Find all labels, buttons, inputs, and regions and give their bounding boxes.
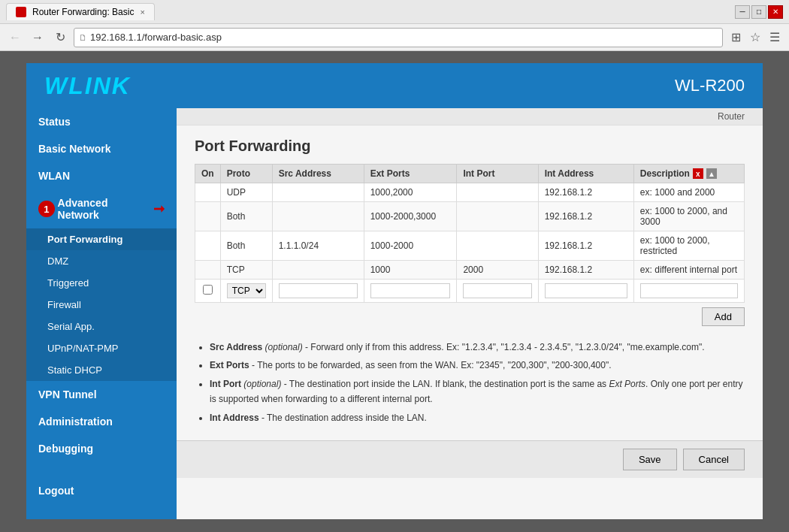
cell-proto: Both [220, 231, 272, 261]
forward-button[interactable]: → [29, 29, 47, 47]
new-row-src-cell[interactable] [272, 280, 364, 303]
sidebar-item-static-dhcp[interactable]: Static DHCP [26, 359, 177, 381]
new-row-description-cell[interactable] [633, 280, 744, 303]
cell-int-address: 192.168.1.2 [538, 183, 633, 202]
new-row-description-input[interactable] [640, 283, 738, 298]
maximize-button[interactable]: □ [751, 5, 766, 19]
cell-proto: Both [220, 202, 272, 231]
sidebar-item-advanced-network[interactable]: 1 Advanced Network ➞ [26, 189, 177, 228]
cell-description: ex: 1000 to 2000, restricted [633, 231, 744, 261]
col-proto: Proto [220, 165, 272, 183]
new-row-checkbox[interactable] [203, 285, 213, 295]
content-area: Router Port Forwarding On Proto Src Addr… [177, 108, 763, 519]
browser-tab[interactable]: Router Forwarding: Basic × [6, 3, 155, 20]
new-row-ext-ports-cell[interactable] [364, 280, 457, 303]
model-name: WL-R200 [675, 76, 745, 95]
cell-on [195, 261, 221, 280]
help-item-src: Src Address (optional) - Forward only if… [210, 340, 745, 355]
new-row-int-address-input[interactable] [545, 283, 627, 298]
table-row: TCP 1000 2000 192.168.1.2 ex: different … [195, 261, 745, 280]
new-row-int-address-cell[interactable] [538, 280, 633, 303]
browser-toolbar: ← → ↻ 🗋 ⊞ ☆ ☰ [0, 24, 789, 51]
forwarding-table: On Proto Src Address Ext Ports Int Port … [195, 164, 745, 303]
breadcrumb: Router [177, 108, 763, 125]
advanced-network-label: Advanced Network [58, 197, 150, 221]
new-row-checkbox-cell[interactable] [195, 280, 221, 303]
delete-all-button[interactable]: x [693, 168, 703, 179]
new-entry-row: TCP UDP Both [195, 280, 745, 303]
cancel-button[interactable]: Cancel [683, 449, 745, 470]
content-inner: Port Forwarding On Proto Src Address Ext… [177, 125, 763, 440]
bookmark-manager-button[interactable]: ⊞ [727, 29, 744, 46]
address-bar[interactable] [90, 32, 718, 43]
tab-title: Router Forwarding: Basic [32, 7, 134, 17]
sidebar-item-firewall[interactable]: Firewall [26, 294, 177, 316]
cell-int-address: 192.168.1.2 [538, 202, 633, 231]
add-button[interactable]: Add [702, 307, 745, 326]
cell-src [272, 183, 364, 202]
sidebar-item-triggered[interactable]: Triggered [26, 272, 177, 294]
sidebar-item-administration[interactable]: Administration [26, 408, 177, 435]
new-row-int-port-cell[interactable] [457, 280, 538, 303]
sidebar-item-logout[interactable]: Logout [26, 477, 177, 504]
cell-ext-ports: 1000-2000,3000 [364, 202, 457, 231]
col-ext-ports: Ext Ports [364, 165, 457, 183]
cell-ext-ports: 1000,2000 [364, 183, 457, 202]
tab-close-button[interactable]: × [140, 8, 144, 17]
add-button-row: Add [195, 303, 745, 331]
new-row-proto-cell[interactable]: TCP UDP Both [220, 280, 272, 303]
sidebar-item-status[interactable]: Status [26, 108, 177, 135]
col-description: Description x ▲ [633, 165, 744, 183]
col-int-port: Int Port [457, 165, 538, 183]
sidebar-item-serial-app[interactable]: Serial App. [26, 316, 177, 337]
cell-proto: TCP [220, 261, 272, 280]
address-bar-container: 🗋 [74, 28, 723, 47]
toolbar-icons: ⊞ ☆ ☰ [727, 29, 783, 46]
step-badge: 1 [38, 201, 55, 217]
star-button[interactable]: ☆ [747, 29, 763, 46]
table-row: Both 1000-2000,3000 192.168.1.2 ex: 1000… [195, 202, 745, 231]
sidebar: Status Basic Network WLAN 1 Advanced Net… [26, 108, 177, 519]
help-item-ext-ports: Ext Ports - The ports to be forwarded, a… [210, 358, 745, 373]
cell-on [195, 202, 221, 231]
cell-int-address: 192.168.1.2 [538, 261, 633, 280]
back-button[interactable]: ← [6, 29, 24, 47]
new-row-int-port-input[interactable] [463, 283, 531, 298]
sort-button[interactable]: ▲ [706, 168, 717, 179]
reload-button[interactable]: ↻ [51, 29, 69, 47]
sidebar-item-debugging[interactable]: Debugging [26, 435, 177, 462]
col-on: On [195, 165, 221, 183]
help-section: Src Address (optional) - Forward only if… [195, 340, 745, 425]
save-button[interactable]: Save [623, 449, 677, 470]
col-src-address: Src Address [272, 165, 364, 183]
cell-src: 1.1.1.0/24 [272, 231, 364, 261]
window-controls: ─ □ ✕ [735, 5, 783, 19]
cell-proto: UDP [220, 183, 272, 202]
minimize-button[interactable]: ─ [735, 5, 750, 19]
cell-description: ex: 1000 and 2000 [633, 183, 744, 202]
browser-titlebar: Router Forwarding: Basic × ─ □ ✕ [0, 0, 789, 24]
sidebar-item-upnp-nat-pmp[interactable]: UPnP/NAT-PMP [26, 337, 177, 359]
logo: WLINK [44, 72, 131, 100]
cell-int-port [457, 202, 538, 231]
new-row-proto-select[interactable]: TCP UDP Both [227, 283, 266, 298]
table-row: Both 1.1.1.0/24 1000-2000 192.168.1.2 ex… [195, 231, 745, 261]
cell-on [195, 183, 221, 202]
col-int-address: Int Address [538, 165, 633, 183]
main-layout: Status Basic Network WLAN 1 Advanced Net… [26, 108, 763, 519]
sidebar-item-basic-network[interactable]: Basic Network [26, 135, 177, 162]
cell-int-address: 192.168.1.2 [538, 231, 633, 261]
sidebar-item-port-forwarding[interactable]: Port Forwarding [26, 228, 177, 250]
sidebar-item-wlan[interactable]: WLAN [26, 162, 177, 189]
sidebar-item-dmz[interactable]: DMZ [26, 250, 177, 272]
cell-description: ex: different internal port [633, 261, 744, 280]
close-button[interactable]: ✕ [768, 5, 783, 19]
cell-on [195, 231, 221, 261]
new-row-ext-ports-input[interactable] [370, 283, 451, 298]
sidebar-item-vpn-tunnel[interactable]: VPN Tunnel [26, 381, 177, 408]
description-label: Description [640, 168, 690, 179]
cell-description: ex: 1000 to 2000, and 3000 [633, 202, 744, 231]
new-row-src-input[interactable] [279, 283, 358, 298]
tab-favicon [16, 7, 26, 17]
menu-button[interactable]: ☰ [766, 29, 783, 46]
